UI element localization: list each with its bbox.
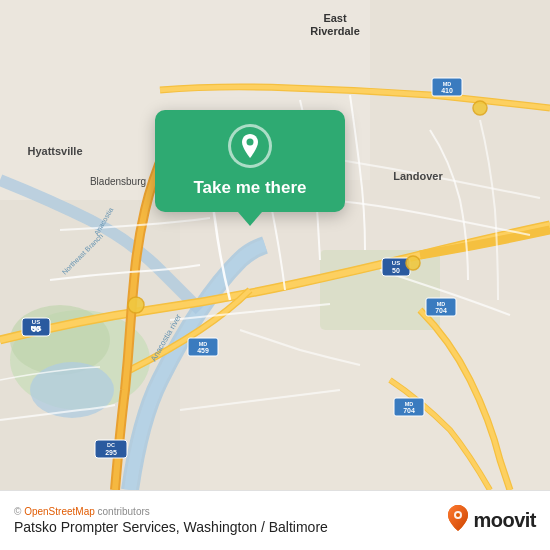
copyright-symbol: ©: [14, 506, 24, 517]
svg-text:Landover: Landover: [393, 170, 443, 182]
svg-text:Hyattsville: Hyattsville: [27, 145, 82, 157]
svg-point-53: [456, 513, 460, 517]
svg-text:East: East: [323, 12, 347, 24]
app-title: Patsko Prompter Services, Washington / B…: [14, 519, 328, 535]
svg-text:704: 704: [435, 307, 447, 314]
moovit-logo: moovit: [447, 504, 536, 538]
location-pin-icon: [228, 124, 272, 168]
bottom-bar: © OpenStreetMap contributors Patsko Prom…: [0, 490, 550, 550]
moovit-pin-icon: [447, 504, 469, 538]
location-popup[interactable]: Take me there: [155, 110, 345, 212]
bottom-left-info: © OpenStreetMap contributors Patsko Prom…: [14, 506, 328, 535]
svg-point-9: [30, 362, 114, 418]
contributors-text: contributors: [95, 506, 150, 517]
svg-point-51: [247, 139, 254, 146]
svg-text:Riverdale: Riverdale: [310, 25, 360, 37]
take-me-there-button[interactable]: Take me there: [193, 178, 306, 198]
svg-point-50: [473, 101, 487, 115]
svg-text:50: 50: [32, 326, 40, 333]
svg-text:410: 410: [441, 87, 453, 94]
moovit-brand-text: moovit: [473, 509, 536, 532]
svg-point-48: [128, 297, 144, 313]
svg-text:Bladensburg: Bladensburg: [90, 176, 146, 187]
svg-text:US: US: [392, 260, 400, 266]
copyright-line: © OpenStreetMap contributors: [14, 506, 328, 517]
svg-text:50: 50: [392, 267, 400, 274]
svg-text:US: US: [32, 319, 40, 325]
svg-text:DC: DC: [107, 442, 115, 448]
svg-text:704: 704: [403, 407, 415, 414]
svg-text:295: 295: [105, 449, 117, 456]
svg-point-49: [406, 256, 420, 270]
map-view[interactable]: US 50 US 50 US 50 MD 459 DC 295 MD 410 M…: [0, 0, 550, 490]
svg-text:459: 459: [197, 347, 209, 354]
openstreetmap-link[interactable]: OpenStreetMap: [24, 506, 95, 517]
